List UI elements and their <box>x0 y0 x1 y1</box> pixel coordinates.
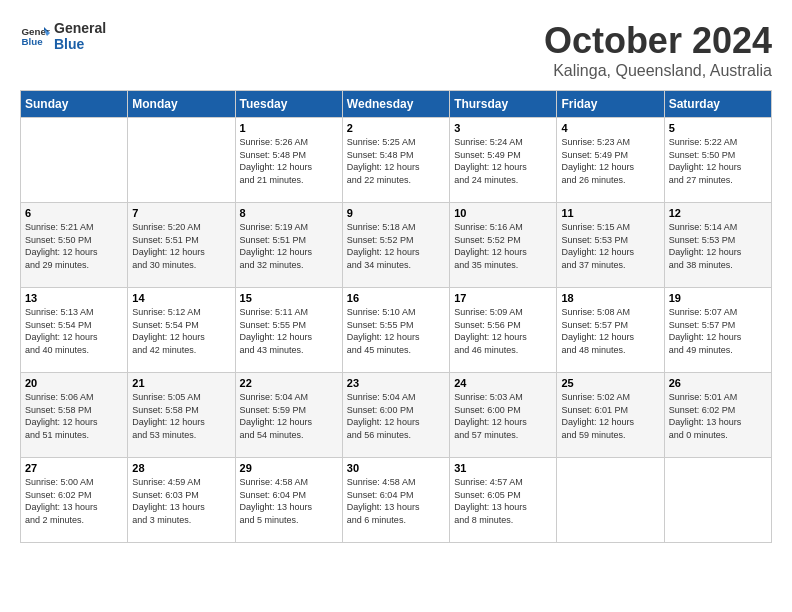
day-info: Sunrise: 5:04 AM Sunset: 5:59 PM Dayligh… <box>240 391 338 441</box>
calendar-week-row: 27Sunrise: 5:00 AM Sunset: 6:02 PM Dayli… <box>21 458 772 543</box>
calendar-table: SundayMondayTuesdayWednesdayThursdayFrid… <box>20 90 772 543</box>
calendar-cell: 25Sunrise: 5:02 AM Sunset: 6:01 PM Dayli… <box>557 373 664 458</box>
day-number: 11 <box>561 207 659 219</box>
calendar-cell: 16Sunrise: 5:10 AM Sunset: 5:55 PM Dayli… <box>342 288 449 373</box>
calendar-cell: 8Sunrise: 5:19 AM Sunset: 5:51 PM Daylig… <box>235 203 342 288</box>
calendar-day-header: Sunday <box>21 91 128 118</box>
calendar-cell <box>557 458 664 543</box>
day-number: 18 <box>561 292 659 304</box>
calendar-week-row: 1Sunrise: 5:26 AM Sunset: 5:48 PM Daylig… <box>21 118 772 203</box>
day-number: 16 <box>347 292 445 304</box>
calendar-cell: 14Sunrise: 5:12 AM Sunset: 5:54 PM Dayli… <box>128 288 235 373</box>
day-info: Sunrise: 5:11 AM Sunset: 5:55 PM Dayligh… <box>240 306 338 356</box>
day-number: 31 <box>454 462 552 474</box>
day-number: 4 <box>561 122 659 134</box>
day-info: Sunrise: 5:01 AM Sunset: 6:02 PM Dayligh… <box>669 391 767 441</box>
day-info: Sunrise: 5:21 AM Sunset: 5:50 PM Dayligh… <box>25 221 123 271</box>
day-number: 20 <box>25 377 123 389</box>
day-number: 17 <box>454 292 552 304</box>
day-info: Sunrise: 5:08 AM Sunset: 5:57 PM Dayligh… <box>561 306 659 356</box>
calendar-cell: 7Sunrise: 5:20 AM Sunset: 5:51 PM Daylig… <box>128 203 235 288</box>
day-number: 7 <box>132 207 230 219</box>
calendar-cell <box>128 118 235 203</box>
day-number: 27 <box>25 462 123 474</box>
day-number: 15 <box>240 292 338 304</box>
calendar-cell: 17Sunrise: 5:09 AM Sunset: 5:56 PM Dayli… <box>450 288 557 373</box>
calendar-cell: 1Sunrise: 5:26 AM Sunset: 5:48 PM Daylig… <box>235 118 342 203</box>
svg-text:Blue: Blue <box>22 36 44 47</box>
calendar-day-header: Wednesday <box>342 91 449 118</box>
day-info: Sunrise: 5:16 AM Sunset: 5:52 PM Dayligh… <box>454 221 552 271</box>
day-info: Sunrise: 5:02 AM Sunset: 6:01 PM Dayligh… <box>561 391 659 441</box>
title-section: October 2024 Kalinga, Queensland, Austra… <box>544 20 772 80</box>
day-info: Sunrise: 5:09 AM Sunset: 5:56 PM Dayligh… <box>454 306 552 356</box>
calendar-cell: 2Sunrise: 5:25 AM Sunset: 5:48 PM Daylig… <box>342 118 449 203</box>
calendar-cell: 24Sunrise: 5:03 AM Sunset: 6:00 PM Dayli… <box>450 373 557 458</box>
day-number: 13 <box>25 292 123 304</box>
calendar-cell: 5Sunrise: 5:22 AM Sunset: 5:50 PM Daylig… <box>664 118 771 203</box>
logo-icon: General Blue <box>20 21 50 51</box>
calendar-cell: 30Sunrise: 4:58 AM Sunset: 6:04 PM Dayli… <box>342 458 449 543</box>
day-info: Sunrise: 5:05 AM Sunset: 5:58 PM Dayligh… <box>132 391 230 441</box>
day-info: Sunrise: 5:07 AM Sunset: 5:57 PM Dayligh… <box>669 306 767 356</box>
day-info: Sunrise: 5:26 AM Sunset: 5:48 PM Dayligh… <box>240 136 338 186</box>
calendar-cell: 19Sunrise: 5:07 AM Sunset: 5:57 PM Dayli… <box>664 288 771 373</box>
day-number: 12 <box>669 207 767 219</box>
day-info: Sunrise: 5:03 AM Sunset: 6:00 PM Dayligh… <box>454 391 552 441</box>
day-info: Sunrise: 5:14 AM Sunset: 5:53 PM Dayligh… <box>669 221 767 271</box>
calendar-cell: 20Sunrise: 5:06 AM Sunset: 5:58 PM Dayli… <box>21 373 128 458</box>
day-info: Sunrise: 4:59 AM Sunset: 6:03 PM Dayligh… <box>132 476 230 526</box>
location-subtitle: Kalinga, Queensland, Australia <box>544 62 772 80</box>
day-number: 22 <box>240 377 338 389</box>
calendar-cell: 26Sunrise: 5:01 AM Sunset: 6:02 PM Dayli… <box>664 373 771 458</box>
day-number: 8 <box>240 207 338 219</box>
calendar-day-header: Friday <box>557 91 664 118</box>
calendar-cell: 29Sunrise: 4:58 AM Sunset: 6:04 PM Dayli… <box>235 458 342 543</box>
day-info: Sunrise: 5:00 AM Sunset: 6:02 PM Dayligh… <box>25 476 123 526</box>
calendar-day-header: Monday <box>128 91 235 118</box>
calendar-cell: 13Sunrise: 5:13 AM Sunset: 5:54 PM Dayli… <box>21 288 128 373</box>
calendar-cell: 22Sunrise: 5:04 AM Sunset: 5:59 PM Dayli… <box>235 373 342 458</box>
day-number: 25 <box>561 377 659 389</box>
day-number: 9 <box>347 207 445 219</box>
day-number: 29 <box>240 462 338 474</box>
calendar-week-row: 20Sunrise: 5:06 AM Sunset: 5:58 PM Dayli… <box>21 373 772 458</box>
calendar-cell: 12Sunrise: 5:14 AM Sunset: 5:53 PM Dayli… <box>664 203 771 288</box>
logo: General Blue General Blue <box>20 20 106 52</box>
day-number: 21 <box>132 377 230 389</box>
day-info: Sunrise: 4:58 AM Sunset: 6:04 PM Dayligh… <box>240 476 338 526</box>
calendar-week-row: 6Sunrise: 5:21 AM Sunset: 5:50 PM Daylig… <box>21 203 772 288</box>
day-number: 26 <box>669 377 767 389</box>
calendar-cell: 31Sunrise: 4:57 AM Sunset: 6:05 PM Dayli… <box>450 458 557 543</box>
day-number: 5 <box>669 122 767 134</box>
calendar-cell: 15Sunrise: 5:11 AM Sunset: 5:55 PM Dayli… <box>235 288 342 373</box>
day-info: Sunrise: 5:24 AM Sunset: 5:49 PM Dayligh… <box>454 136 552 186</box>
calendar-cell: 10Sunrise: 5:16 AM Sunset: 5:52 PM Dayli… <box>450 203 557 288</box>
day-info: Sunrise: 5:06 AM Sunset: 5:58 PM Dayligh… <box>25 391 123 441</box>
day-number: 14 <box>132 292 230 304</box>
day-number: 1 <box>240 122 338 134</box>
calendar-cell: 11Sunrise: 5:15 AM Sunset: 5:53 PM Dayli… <box>557 203 664 288</box>
calendar-cell <box>21 118 128 203</box>
day-number: 10 <box>454 207 552 219</box>
day-info: Sunrise: 4:58 AM Sunset: 6:04 PM Dayligh… <box>347 476 445 526</box>
day-info: Sunrise: 5:25 AM Sunset: 5:48 PM Dayligh… <box>347 136 445 186</box>
day-number: 28 <box>132 462 230 474</box>
day-info: Sunrise: 5:22 AM Sunset: 5:50 PM Dayligh… <box>669 136 767 186</box>
day-info: Sunrise: 5:23 AM Sunset: 5:49 PM Dayligh… <box>561 136 659 186</box>
day-number: 30 <box>347 462 445 474</box>
day-info: Sunrise: 4:57 AM Sunset: 6:05 PM Dayligh… <box>454 476 552 526</box>
calendar-cell: 9Sunrise: 5:18 AM Sunset: 5:52 PM Daylig… <box>342 203 449 288</box>
logo-blue: Blue <box>54 36 106 52</box>
day-number: 6 <box>25 207 123 219</box>
calendar-cell <box>664 458 771 543</box>
day-number: 3 <box>454 122 552 134</box>
calendar-cell: 6Sunrise: 5:21 AM Sunset: 5:50 PM Daylig… <box>21 203 128 288</box>
day-number: 2 <box>347 122 445 134</box>
day-number: 24 <box>454 377 552 389</box>
calendar-day-header: Saturday <box>664 91 771 118</box>
page-header: General Blue General Blue October 2024 K… <box>20 20 772 80</box>
day-info: Sunrise: 5:15 AM Sunset: 5:53 PM Dayligh… <box>561 221 659 271</box>
calendar-cell: 23Sunrise: 5:04 AM Sunset: 6:00 PM Dayli… <box>342 373 449 458</box>
day-info: Sunrise: 5:20 AM Sunset: 5:51 PM Dayligh… <box>132 221 230 271</box>
